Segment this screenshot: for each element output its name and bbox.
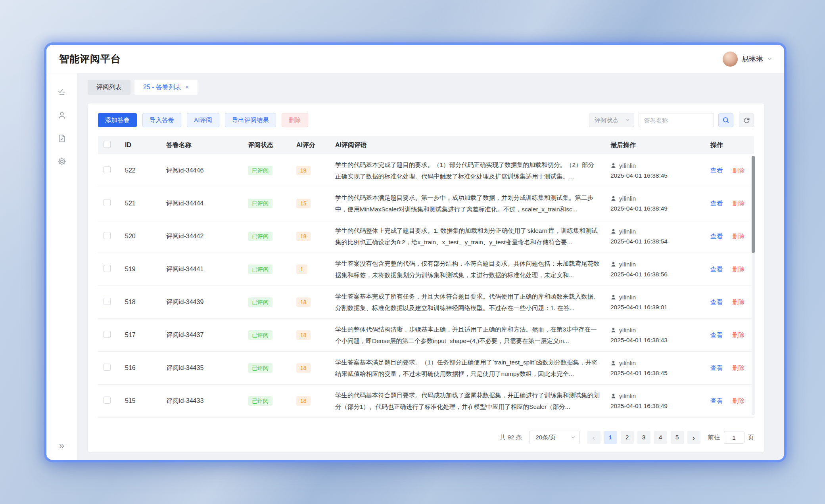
- page-size-select[interactable]: 20条/页: [529, 431, 580, 444]
- row-time: 2025-04-01 16:38:54: [610, 238, 706, 245]
- row-last-operation: yilinlin 2025-04-01 16:39:01: [610, 294, 710, 311]
- row-checkbox[interactable]: [104, 199, 111, 206]
- row-checkbox[interactable]: [104, 331, 111, 338]
- refresh-button[interactable]: [739, 113, 754, 127]
- row-checkbox[interactable]: [104, 166, 111, 173]
- goto-unit-label: 页: [748, 433, 754, 442]
- row-actions: 查看 删除: [710, 331, 748, 339]
- settings-gear-icon: [57, 157, 67, 166]
- user-icon: [57, 111, 67, 120]
- row-checkbox[interactable]: [104, 265, 111, 272]
- view-link[interactable]: 查看: [710, 200, 723, 207]
- table-row: 519 评阅id-34441 已评阅 1 学生答案没有包含完整的代码，仅有部分结…: [98, 253, 754, 286]
- view-link[interactable]: 查看: [710, 364, 723, 371]
- table-row: 516 评阅id-34435 已评阅 18 学生答案基本满足题目的要求。（1）任…: [98, 352, 754, 385]
- tab-label: 25 - 答卷列表: [143, 83, 181, 92]
- sidebar-item-answer-sheets[interactable]: [53, 130, 71, 147]
- col-header-name: 答卷名称: [166, 141, 248, 149]
- page-size-value: 20条/页: [536, 434, 556, 441]
- row-time: 2025-04-01 16:38:49: [610, 205, 706, 212]
- review-checklist-icon: [57, 88, 67, 97]
- chevron-down-icon: [571, 435, 576, 440]
- view-link[interactable]: 查看: [710, 397, 723, 404]
- view-link[interactable]: 查看: [710, 233, 723, 240]
- row-comment: 学生的代码基本符合题目要求。代码成功加载了鸢尾花数据集，并正确进行了训练集和测试…: [335, 389, 610, 412]
- page-number-button[interactable]: 5: [671, 431, 684, 444]
- row-checkbox[interactable]: [104, 364, 111, 371]
- col-header-id: ID: [125, 142, 166, 149]
- row-operator: yilinlin: [619, 261, 636, 268]
- row-operator: yilinlin: [619, 360, 636, 367]
- tab[interactable]: 25 - 答卷列表 ×: [134, 80, 198, 95]
- row-comment: 学生的代码基本完成了题目的要求。（1）部分代码正确实现了数据集的加载和切分。（2…: [335, 159, 610, 182]
- page-number-button[interactable]: 1: [604, 431, 617, 444]
- table-scrollbar-track[interactable]: [752, 156, 755, 415]
- next-page-button[interactable]: ›: [687, 431, 700, 444]
- sidebar-item-users[interactable]: [53, 107, 71, 124]
- toolbar-button[interactable]: 添加答卷: [98, 113, 137, 127]
- operator-icon: [610, 360, 616, 366]
- toolbar-button[interactable]: 导入答卷: [142, 113, 181, 127]
- row-operator: yilinlin: [619, 294, 636, 301]
- table-row: 520 评阅id-34442 已评阅 18 学生的代码整体上完成了题目要求。1.…: [98, 220, 754, 253]
- delete-link[interactable]: 删除: [732, 266, 744, 272]
- tab-close-icon[interactable]: ×: [185, 84, 189, 90]
- search-button[interactable]: [718, 113, 733, 127]
- toolbar-button[interactable]: AI评阅: [187, 113, 219, 127]
- tab[interactable]: 评阅列表: [88, 80, 130, 95]
- sidebar-item-review-list[interactable]: [53, 84, 71, 101]
- delete-link[interactable]: 删除: [732, 167, 744, 174]
- view-link[interactable]: 查看: [710, 266, 723, 272]
- select-all-checkbox[interactable]: [104, 141, 111, 148]
- row-actions: 查看 删除: [710, 298, 748, 307]
- row-checkbox[interactable]: [104, 397, 111, 404]
- delete-link[interactable]: 删除: [732, 332, 744, 338]
- row-checkbox[interactable]: [104, 298, 111, 305]
- delete-link[interactable]: 删除: [732, 397, 744, 404]
- delete-link[interactable]: 删除: [732, 299, 744, 305]
- delete-link[interactable]: 删除: [732, 233, 744, 240]
- page-number-button[interactable]: 2: [621, 431, 634, 444]
- page-number-button[interactable]: 3: [637, 431, 650, 444]
- row-id: 519: [125, 266, 166, 273]
- delete-link[interactable]: 删除: [732, 364, 744, 371]
- prev-page-button[interactable]: ‹: [587, 431, 601, 444]
- avatar[interactable]: [723, 52, 738, 67]
- row-last-operation: yilinlin 2025-04-01 16:38:45: [610, 162, 710, 179]
- view-link[interactable]: 查看: [710, 332, 723, 338]
- score-badge: 18: [296, 297, 311, 307]
- tab-label: 评阅列表: [96, 83, 122, 92]
- sidebar-collapse-button[interactable]: »: [55, 439, 68, 453]
- app-header: 智能评阅平台 易琳琳: [46, 45, 784, 73]
- status-badge: 已评阅: [248, 330, 272, 340]
- user-menu[interactable]: 易琳琳: [723, 52, 772, 67]
- row-name: 评阅id-34442: [166, 232, 248, 241]
- toolbar-button[interactable]: 导出评阅结果: [225, 113, 276, 127]
- status-badge: 已评阅: [248, 166, 272, 175]
- table-scrollbar-thumb[interactable]: [752, 156, 755, 253]
- name-search-input[interactable]: [639, 113, 714, 127]
- row-comment: 学生答案基本完成了所有任务，并且大体符合题目要求。代码使用了正确的库和函数来载入…: [335, 291, 610, 314]
- row-id: 517: [125, 332, 166, 339]
- row-checkbox[interactable]: [104, 232, 111, 239]
- chevron-down-icon: [625, 118, 630, 123]
- score-badge: 15: [296, 199, 311, 208]
- page-number-button[interactable]: 4: [654, 431, 667, 444]
- row-comment: 学生的代码整体上完成了题目要求。1. 数据集的加载和划分正确使用了'sklear…: [335, 225, 610, 248]
- table-row: 522 评阅id-34446 已评阅 18 学生的代码基本完成了题目的要求。（1…: [98, 154, 754, 187]
- goto-page-input[interactable]: [724, 431, 744, 444]
- row-last-operation: yilinlin 2025-04-01 16:38:43: [610, 327, 710, 344]
- status-filter-select[interactable]: 评阅状态: [589, 113, 634, 127]
- row-time: 2025-04-01 16:38:45: [610, 172, 706, 179]
- sidebar-item-settings[interactable]: [53, 153, 71, 170]
- toolbar-buttons: 添加答卷 导入答卷 AI评阅 导出评阅结果 删除: [98, 113, 308, 127]
- col-header-status: 评阅状态: [248, 141, 296, 149]
- app-body: » 评阅列表 25 - 答卷列表 × 添加答卷 导入答卷 AI评阅 导出评阅结果…: [46, 73, 784, 460]
- view-link[interactable]: 查看: [710, 299, 723, 305]
- delete-link[interactable]: 删除: [732, 200, 744, 207]
- view-link[interactable]: 查看: [710, 167, 723, 174]
- row-id: 516: [125, 364, 166, 372]
- row-comment: 学生答案没有包含完整的代码，仅有部分结构，不符合题目要求。具体问题包括：未加载鸢…: [335, 258, 610, 281]
- toolbar-button[interactable]: 删除: [282, 113, 308, 127]
- score-badge: 18: [296, 330, 311, 340]
